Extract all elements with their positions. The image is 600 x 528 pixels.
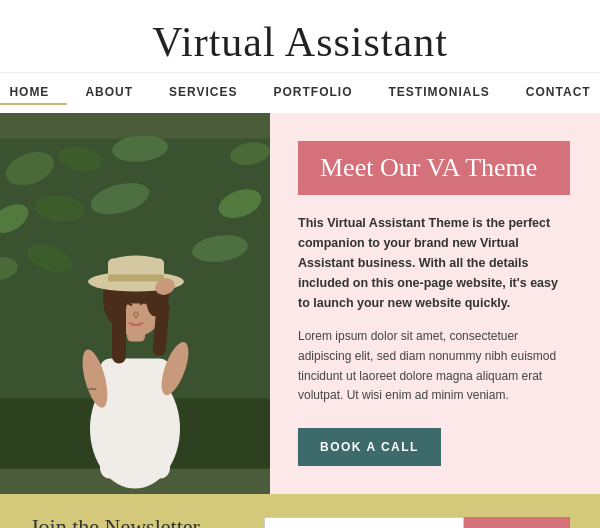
nav-item-about[interactable]: ABOUT xyxy=(67,81,151,105)
hero-content: Meet Our VA Theme This Virtual Assistant… xyxy=(270,113,600,494)
hero-heading-box: Meet Our VA Theme xyxy=(298,141,570,195)
book-call-button[interactable]: BOOK A CALL xyxy=(298,428,441,466)
newsletter-email-input[interactable] xyxy=(264,517,464,528)
hero-body-text: Lorem ipsum dolor sit amet, consectetuer… xyxy=(298,327,570,406)
main-nav: HOME ABOUT SERVICES PORTFOLIO TESTIMONIA… xyxy=(0,72,600,113)
svg-rect-30 xyxy=(108,275,164,282)
nav-item-contact[interactable]: CONTACT xyxy=(508,81,600,105)
subscribe-button[interactable]: SUBSCRIBE xyxy=(464,517,570,528)
hero-image-container xyxy=(0,113,270,494)
svg-rect-17 xyxy=(100,359,170,479)
nav-item-portfolio[interactable]: PORTFOLIO xyxy=(256,81,371,105)
site-title: Virtual Assistant xyxy=(152,10,448,72)
newsletter-form: SUBSCRIBE xyxy=(251,517,570,528)
hero-heading: Meet Our VA Theme xyxy=(320,153,548,183)
hero-section: Meet Our VA Theme This Virtual Assistant… xyxy=(0,113,600,494)
hero-image xyxy=(0,113,270,494)
hero-illustration xyxy=(0,113,270,494)
site-header: Virtual Assistant HOME ABOUT SERVICES PO… xyxy=(0,0,600,113)
nav-item-services[interactable]: SERVICES xyxy=(151,81,255,105)
nav-item-testimonials[interactable]: TESTIMONIALS xyxy=(371,81,508,105)
newsletter-title: Join the Newsletter xyxy=(30,514,231,528)
hero-bold-text: This Virtual Assistant Theme is the perf… xyxy=(298,213,570,313)
nav-item-home[interactable]: HOME xyxy=(0,81,67,105)
svg-rect-25 xyxy=(112,304,126,364)
newsletter-text: Join the Newsletter Subscribe by email f… xyxy=(30,514,231,528)
newsletter-section: Join the Newsletter Subscribe by email f… xyxy=(0,494,600,528)
